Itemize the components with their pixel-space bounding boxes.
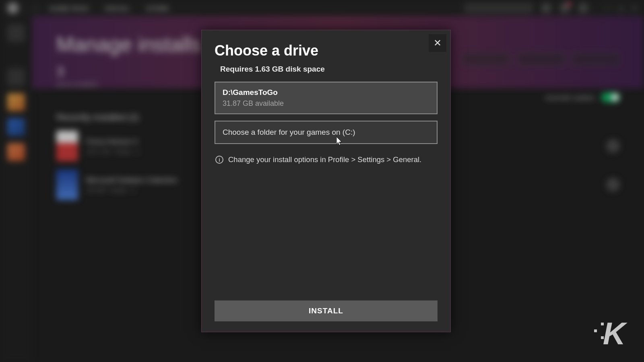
drive-path-label: D:\GamesToGo — [223, 88, 429, 97]
choose-folder-label: Choose a folder for your games on (C:) — [223, 128, 429, 137]
drive-available-label: 31.87 GB available — [223, 99, 429, 108]
dialog-subtitle: Requires 1.63 GB disk space — [220, 65, 438, 74]
dialog-title: Choose a drive — [215, 42, 438, 59]
drive-option-d[interactable]: D:\GamesToGo 31.87 GB available — [215, 82, 438, 114]
choose-drive-dialog: ✕ Choose a drive Requires 1.63 GB disk s… — [201, 30, 451, 332]
modal-overlay: ✕ Choose a drive Requires 1.63 GB disk s… — [0, 0, 644, 362]
close-dialog-button[interactable]: ✕ — [429, 34, 446, 52]
install-button[interactable]: INSTALL — [215, 300, 438, 321]
close-icon: ✕ — [433, 37, 442, 49]
info-text: Change your install options in Profile >… — [228, 155, 421, 164]
choose-folder-option-c[interactable]: Choose a folder for your games on (C:) — [215, 121, 438, 144]
info-icon: i — [215, 156, 223, 164]
install-button-label: INSTALL — [309, 306, 343, 315]
info-row: i Change your install options in Profile… — [215, 155, 438, 164]
